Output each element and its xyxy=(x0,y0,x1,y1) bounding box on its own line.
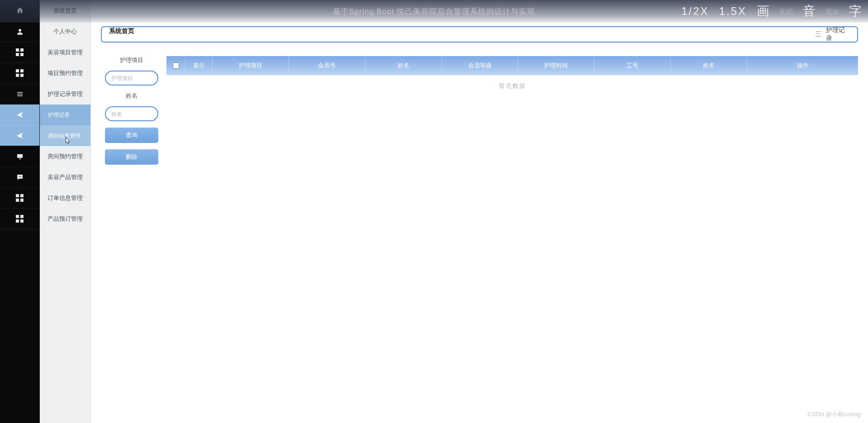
picture-button[interactable]: 画 xyxy=(757,5,769,18)
grid-icon[interactable] xyxy=(0,42,39,63)
exit-button-dim[interactable]: 退出 xyxy=(825,8,839,15)
sidebar-item-room-reserve[interactable]: 房间预约管理 xyxy=(40,146,90,167)
sidebar-label-column: 系统首页 个人中心 美容项目管理 项目预约管理 护理记录管理 护理记录 房间信息… xyxy=(40,0,91,423)
watermark: CSDN @小蔡coding xyxy=(807,410,861,418)
table-header-index: 索引 xyxy=(185,56,213,75)
sidebar-item-care-record-mgmt[interactable]: 护理记录管理 xyxy=(40,84,90,105)
data-table: 索引 护理项目 会员号 姓名 会员等级 护理时间 工号 姓名 操作 暂无数据 xyxy=(166,56,858,165)
speed-1-5x-button[interactable]: 1.5X xyxy=(719,5,747,18)
svg-point-0 xyxy=(19,29,21,32)
table-header-checkbox[interactable] xyxy=(166,56,185,75)
list-icon[interactable] xyxy=(0,84,39,105)
breadcrumb-root[interactable]: 系统首页 xyxy=(109,27,811,42)
speed-half-button[interactable]: 1/2X xyxy=(681,5,709,18)
sidebar-item-profile[interactable]: 个人中心 xyxy=(40,21,90,42)
table-header-project: 护理项目 xyxy=(213,56,289,75)
user-icon[interactable] xyxy=(0,21,39,42)
filter-input-project[interactable] xyxy=(105,71,158,86)
grid-icon[interactable] xyxy=(0,63,39,84)
player-controls: 1/2X 1.5X 画 关闭 音 退出 字 xyxy=(681,5,862,18)
send-icon[interactable] xyxy=(0,125,39,146)
svg-point-8 xyxy=(20,176,21,177)
table-header-member-no: 会员号 xyxy=(289,56,365,75)
sidebar-item-label: 房间信息管理 xyxy=(48,132,81,140)
sidebar-item-label: 房间预约管理 xyxy=(47,152,83,161)
filter-label-name: 姓名 xyxy=(126,92,138,100)
chat-icon[interactable] xyxy=(0,167,39,188)
sidebar-item-product-reserve[interactable]: 产品预订管理 xyxy=(40,209,90,229)
filter-input-name[interactable] xyxy=(105,106,158,121)
sidebar-item-label: 订单信息管理 xyxy=(47,194,83,202)
svg-rect-4 xyxy=(17,154,23,157)
send-icon[interactable] xyxy=(0,105,39,125)
sidebar: 系统首页 个人中心 美容项目管理 项目预约管理 护理记录管理 护理记录 房间信息… xyxy=(0,0,91,423)
delete-button[interactable]: 删除 xyxy=(105,149,158,165)
sound-button[interactable]: 音 xyxy=(803,5,816,18)
sidebar-item-beauty-project[interactable]: 美容项目管理 xyxy=(40,42,90,63)
main-content: 系统首页 三 护理记录 护理项目 姓名 查询 删除 索引 护理项目 会员号 姓名 xyxy=(91,0,868,423)
table-header-name2: 姓名 xyxy=(671,56,747,75)
sidebar-item-order-info[interactable]: 订单信息管理 xyxy=(40,188,90,209)
sidebar-icon-rail xyxy=(0,0,40,423)
table-header-row: 索引 护理项目 会员号 姓名 会员等级 护理时间 工号 姓名 操作 xyxy=(166,56,858,75)
sidebar-item-project-reserve[interactable]: 项目预约管理 xyxy=(40,63,90,84)
content-row: 护理项目 姓名 查询 删除 索引 护理项目 会员号 姓名 会员等级 护理时间 工… xyxy=(101,56,858,165)
sidebar-item-label: 个人中心 xyxy=(53,28,77,36)
sidebar-item-label: 美容产品管理 xyxy=(47,173,83,181)
sidebar-item-label: 产品预订管理 xyxy=(47,215,83,223)
sidebar-item-label: 美容项目管理 xyxy=(47,48,83,57)
text-button[interactable]: 字 xyxy=(849,5,862,18)
close-button-dim[interactable]: 关闭 xyxy=(779,8,793,15)
svg-point-6 xyxy=(19,176,19,177)
table-header-name1: 姓名 xyxy=(365,56,442,75)
search-button[interactable]: 查询 xyxy=(105,128,158,143)
svg-rect-5 xyxy=(19,158,21,159)
player-overlay-bar: 基于Spring Boot 悦己美容院后台管理系统的设计与实现 1/2X 1.5… xyxy=(0,0,868,23)
grid-icon[interactable] xyxy=(0,188,39,209)
breadcrumb: 系统首页 三 护理记录 xyxy=(101,26,858,43)
svg-point-7 xyxy=(19,176,20,177)
filter-panel: 护理项目 姓名 查询 删除 xyxy=(101,56,162,165)
sidebar-item-label: 护理记录管理 xyxy=(47,90,83,98)
table-header-member-level: 会员等级 xyxy=(442,56,518,75)
table-header-operate: 操作 xyxy=(747,56,858,75)
app-root: 基于Spring Boot 悦己美容院后台管理系统的设计与实现 1/2X 1.5… xyxy=(0,0,868,423)
table-header-time: 护理时间 xyxy=(518,56,594,75)
grid-icon[interactable] xyxy=(0,209,39,229)
sidebar-subitem-room-info[interactable]: 房间信息管理 xyxy=(40,125,90,146)
sidebar-subitem-care-record[interactable]: 护理记录 xyxy=(40,105,90,125)
sidebar-item-beauty-product[interactable]: 美容产品管理 xyxy=(40,167,90,188)
filter-label-project: 护理项目 xyxy=(120,56,143,64)
table-empty-text: 暂无数据 xyxy=(166,75,858,97)
breadcrumb-current: 护理记录 xyxy=(826,26,850,43)
monitor-icon[interactable] xyxy=(0,146,39,167)
table-header-staff-no: 工号 xyxy=(594,56,671,75)
sidebar-item-label: 护理记录 xyxy=(48,111,70,119)
sidebar-item-label: 项目预约管理 xyxy=(47,69,83,77)
breadcrumb-separator-icon: 三 xyxy=(815,30,821,38)
page-title: 基于Spring Boot 悦己美容院后台管理系统的设计与实现 xyxy=(333,6,536,17)
select-all-checkbox[interactable] xyxy=(173,62,179,69)
